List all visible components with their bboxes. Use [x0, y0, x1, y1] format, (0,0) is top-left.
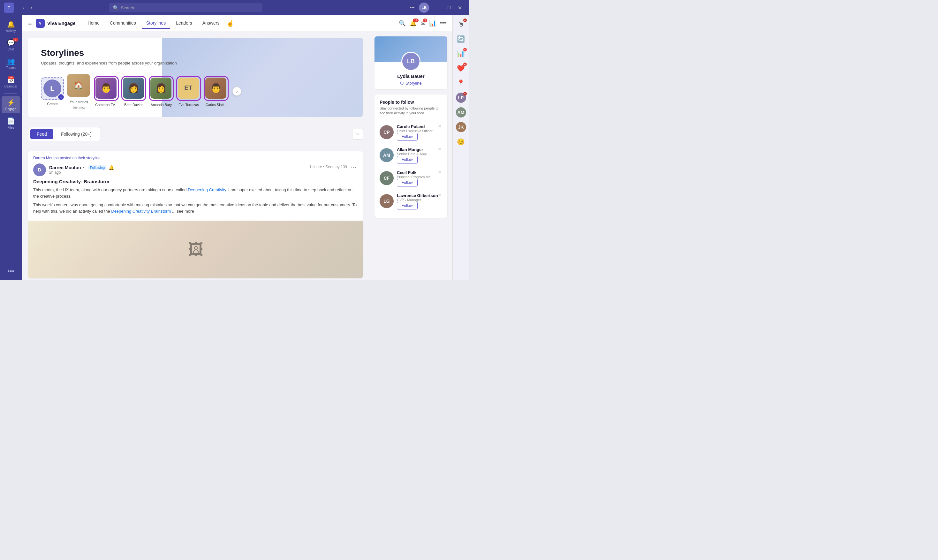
right-panel-person2[interactable]: AM	[455, 106, 467, 119]
nav-bar: ≡ V Viva Engage Home Communities Storyli…	[22, 15, 452, 31]
tab-feed[interactable]: Feed	[30, 129, 53, 139]
post-link-1[interactable]: Deepening Creativity	[188, 188, 226, 192]
person-cecil: ✕ CF Cecil Folk Principal Program Ma... …	[380, 167, 442, 190]
post-more-button[interactable]: ⋯	[350, 163, 358, 171]
profile-storyline-link[interactable]: ⬡ Storyline	[380, 81, 442, 86]
nav-actions: 🔍 🔔12 ✉3 📊 •••	[399, 20, 446, 27]
nav-msg-button[interactable]: ✉3	[420, 20, 425, 27]
story-cameron[interactable]: 👨 Cameron Ev...	[94, 76, 119, 107]
follow-carole-button[interactable]: Follow	[397, 133, 418, 140]
allan-avatar: AM	[380, 148, 394, 162]
story-beth[interactable]: 👩 Beth Davies	[121, 76, 146, 107]
notification-icon[interactable]: 🔔	[109, 165, 114, 170]
more-options-button[interactable]: •••	[408, 4, 417, 11]
dismiss-allan-button[interactable]: ✕	[437, 146, 442, 152]
sidebar-item-chat[interactable]: 💬 1 Chat	[2, 36, 20, 54]
post-author-name[interactable]: Darren Mouton	[49, 165, 81, 170]
maximize-button[interactable]: □	[444, 3, 454, 12]
right-panel-refresh[interactable]: 🔄	[455, 32, 467, 45]
sidebar-divider	[5, 93, 17, 94]
files-icon: 📄	[7, 117, 15, 125]
post-author-link[interactable]: Darren Mouton posted on their storyline	[33, 156, 101, 160]
storyline-label: Storyline	[406, 81, 422, 86]
nav-item-communities[interactable]: Communities	[105, 18, 140, 29]
feed-filter-button[interactable]: ≡	[352, 129, 363, 140]
right-panel-cursor[interactable]: 🖱 ●	[455, 18, 467, 31]
sidebar-item-engage[interactable]: ⚡ Engage	[2, 96, 20, 113]
story-ring-carlos: 👨	[204, 76, 229, 101]
user-avatar[interactable]: LB	[419, 3, 429, 13]
create-plus-icon: +	[57, 94, 65, 101]
people-title: People to follow	[380, 100, 442, 105]
nav-item-storylines[interactable]: Storylines	[142, 18, 170, 29]
sidebar-item-calendar[interactable]: 📅 Calender	[2, 74, 20, 91]
right-panel-heart[interactable]: ❤️ ●	[455, 62, 467, 75]
nav-bell-button[interactable]: 🔔12	[410, 20, 417, 27]
sidebar-item-teams[interactable]: 👥 Teams	[2, 55, 20, 72]
teams-icon: 👥	[7, 57, 15, 65]
allan-role: Senior Data & Appli...	[397, 152, 442, 156]
right-panel-person3[interactable]: JK	[455, 121, 467, 134]
profile-card: LB Lydia Bauer ⬡ Storyline	[375, 36, 447, 89]
right-panel-smiley[interactable]: 😊	[455, 135, 467, 148]
post-author-avatar[interactable]: D	[33, 163, 46, 176]
dismiss-lawrence-button[interactable]: ✕	[437, 192, 442, 198]
title-bar-actions: ••• LB	[408, 3, 429, 13]
person-carole: ✕ CP Carole Poland Chief Executive Offic…	[380, 121, 442, 144]
right-panel-person1[interactable]: LP ●	[455, 91, 467, 104]
story-carlos[interactable]: 👨 Carlos Slatt...	[204, 76, 229, 107]
post-meta-line: Darren Mouton posted on their storyline	[33, 156, 358, 160]
nav-back-button[interactable]: ‹	[20, 3, 26, 12]
post-link-2[interactable]: Deepening Creativity Brainstorm	[111, 209, 171, 214]
dismiss-carole-button[interactable]: ✕	[437, 123, 442, 129]
lawrence-name: Lawrence Gilbertson	[397, 193, 442, 198]
person-allan: ✕ AM Allan Munger Senior Data & Appli...…	[380, 144, 442, 167]
story-ring-eva: ET	[176, 76, 201, 101]
nav-chart-button[interactable]: 📊	[429, 20, 436, 27]
story-ring-amanda: 👩	[149, 76, 174, 101]
dismiss-cecil-button[interactable]: ✕	[437, 169, 442, 175]
close-button[interactable]: ✕	[455, 3, 465, 12]
tab-following[interactable]: Following (20+)	[55, 129, 98, 139]
people-subtitle: Stay connected by following people to se…	[380, 106, 442, 116]
right-panel-chart[interactable]: 📊 ●	[455, 47, 467, 60]
nav-item-answers[interactable]: Answers	[198, 18, 224, 29]
lawrence-avatar: LG	[380, 194, 394, 208]
nav-item-home[interactable]: Home	[83, 18, 104, 29]
title-search-bar[interactable]: 🔍	[109, 3, 263, 12]
nav-item-leaders[interactable]: Leaders	[171, 18, 197, 29]
stories-row: L + Create 🏠	[41, 73, 350, 109]
sidebar-item-activity[interactable]: 🔔 Activity	[2, 18, 20, 35]
search-input[interactable]	[121, 5, 258, 10]
carole-info: Carole Poland Chief Executive Officer Fo…	[397, 124, 442, 140]
allan-info: Allan Munger Senior Data & Appli... Foll…	[397, 147, 442, 163]
create-story-avatar[interactable]: L +	[41, 77, 64, 100]
right-panel-location[interactable]: 📍	[455, 77, 467, 89]
menu-button[interactable]: ≡	[28, 20, 32, 27]
story-carlos-label: Carlos Slatt...	[206, 103, 227, 107]
profile-avatar[interactable]: LB	[401, 52, 420, 71]
story-amanda[interactable]: 👩 Amanda Bary	[149, 76, 174, 107]
hero-section: Storylines Updates, thoughts, and experi…	[28, 38, 363, 117]
minimize-button[interactable]: —	[432, 3, 444, 12]
story-eva[interactable]: ET Eva Terrazas	[176, 76, 201, 107]
follow-cecil-button[interactable]: Follow	[397, 179, 418, 186]
story-amanda-label: Amanda Bary	[151, 103, 172, 107]
feed-area: Storylines Updates, thoughts, and experi…	[22, 31, 369, 280]
lawrence-role: CVP - Manager	[397, 198, 442, 202]
follow-lawrence-button[interactable]: Follow	[397, 202, 418, 209]
follow-allan-button[interactable]: Follow	[397, 156, 418, 163]
right-panel: 🖱 ● 🔄 📊 ● ❤️ ● 📍 LP ● AM JK 😊	[452, 15, 469, 280]
story-create[interactable]: L + Create	[41, 77, 64, 106]
sidebar-item-files[interactable]: 📄 Files	[2, 115, 20, 132]
chat-badge: 1	[13, 38, 18, 42]
post-stats: 1 share • Seen by 139	[309, 165, 347, 169]
post-image-inner: 🖼	[28, 221, 363, 278]
stories-next-button[interactable]: ›	[232, 87, 241, 96]
post-author-row: D Darren Mouton • Following 🔔 2h ago	[33, 163, 358, 176]
nav-more-button[interactable]: •••	[440, 20, 446, 26]
sidebar-more-button[interactable]: •••	[5, 265, 17, 277]
story-yours[interactable]: 🏠 Your stories Just now	[66, 73, 91, 109]
nav-search-button[interactable]: 🔍	[399, 20, 406, 27]
nav-forward-button[interactable]: ›	[28, 3, 34, 12]
